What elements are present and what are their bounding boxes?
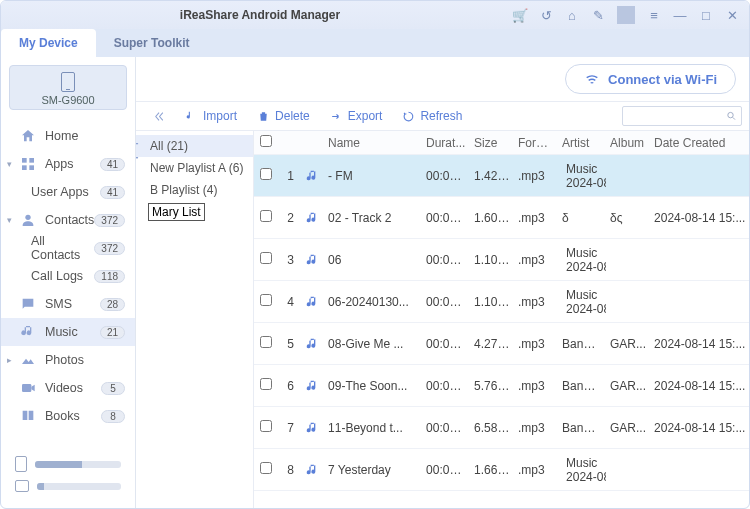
table-row[interactable]: 30600:01...1.10 ....mp3Music2024-08-14 1…	[254, 239, 750, 281]
row-format: .mp3	[514, 379, 558, 393]
nav-sms[interactable]: SMS 28	[1, 290, 135, 318]
playlist-item[interactable]: B Playlist (4)	[136, 179, 253, 201]
nav-call-logs[interactable]: Call Logs 118	[1, 262, 135, 290]
col-size[interactable]: Size	[470, 136, 514, 150]
refresh-button[interactable]: Refresh	[394, 106, 470, 126]
row-album: Music	[562, 288, 606, 302]
select-all-checkbox[interactable]	[260, 135, 272, 147]
row-date: 2024-08-14 15:...	[650, 421, 750, 435]
connect-row: Connect via Wi-Fi	[136, 57, 750, 101]
nav-home[interactable]: Home	[1, 122, 135, 150]
table-row[interactable]: 609-The Soon...00:04...5.76 ....mp3Banda…	[254, 365, 750, 407]
music-note-icon	[300, 420, 324, 436]
collapse-button[interactable]	[144, 107, 173, 126]
col-format[interactable]: Format	[514, 136, 558, 150]
row-duration: 00:01...	[422, 463, 470, 477]
row-album: Music	[562, 456, 606, 470]
maximize-icon[interactable]: □	[697, 6, 715, 24]
row-checkbox[interactable]	[260, 336, 272, 348]
row-artist: Bandari	[558, 379, 606, 393]
nav-apps[interactable]: ▾ Apps 41	[1, 150, 135, 178]
remove-playlist-icon[interactable]: −	[136, 151, 139, 165]
row-date: 2024-08-14 15:...	[562, 302, 606, 316]
menu-icon[interactable]: ≡	[645, 6, 663, 24]
feedback-icon[interactable]: ✎	[589, 6, 607, 24]
table-row[interactable]: 711-Beyond t...00:04...6.58 ....mp3Banda…	[254, 407, 750, 449]
export-button[interactable]: Export	[322, 106, 391, 126]
row-name: 7 Yesterday	[324, 463, 422, 477]
home-icon[interactable]: ⌂	[563, 6, 581, 24]
separator	[617, 6, 635, 24]
row-checkbox[interactable]	[260, 294, 272, 306]
search-icon	[726, 110, 737, 122]
row-checkbox[interactable]	[260, 252, 272, 264]
wifi-icon	[584, 71, 600, 87]
table-row[interactable]: 202 - Track 200:03...1.60 ....mp3δδς2024…	[254, 197, 750, 239]
delete-button[interactable]: Delete	[249, 106, 318, 126]
row-artist: Music2024-08-14 15:...	[558, 288, 606, 316]
close-icon[interactable]: ✕	[723, 6, 741, 24]
row-checkbox[interactable]	[260, 378, 272, 390]
playlist-all[interactable]: All (21)	[136, 135, 253, 157]
row-size: 1.60 ...	[470, 211, 514, 225]
row-index: 6	[278, 379, 300, 393]
nav-videos[interactable]: Videos 5	[1, 374, 135, 402]
books-icon	[19, 407, 37, 425]
row-index: 1	[278, 169, 300, 183]
row-index: 2	[278, 211, 300, 225]
music-icon	[19, 323, 37, 341]
row-name: 06	[324, 253, 422, 267]
svg-point-6	[728, 112, 733, 117]
nav-contacts[interactable]: ▾ Contacts 372	[1, 206, 135, 234]
storage-phone	[15, 456, 121, 472]
table-row[interactable]: 1- FM00:03...1.42 ....mp3Music2024-08-14…	[254, 155, 750, 197]
row-checkbox[interactable]	[260, 420, 272, 432]
row-checkbox[interactable]	[260, 210, 272, 222]
row-checkbox[interactable]	[260, 462, 272, 474]
music-table: Name Durat... Size Format Artist Album D…	[254, 131, 750, 508]
nav-photos[interactable]: ▸ Photos	[1, 346, 135, 374]
row-album: GAR...	[606, 421, 650, 435]
row-name: - FM	[324, 169, 422, 183]
col-album[interactable]: Album	[606, 136, 650, 150]
nav-all-contacts[interactable]: All Contacts 372	[1, 234, 135, 262]
playlist-item[interactable]: New Playlist A (6)	[136, 157, 253, 179]
row-size: 4.27 ...	[470, 337, 514, 351]
search-input[interactable]	[627, 110, 726, 122]
sd-storage-icon	[15, 480, 29, 492]
svg-rect-3	[29, 165, 34, 170]
table-row[interactable]: 87 Yesterday00:01...1.66 ....mp3Music202…	[254, 449, 750, 491]
apps-icon	[19, 155, 37, 173]
back-icon[interactable]: ↺	[537, 6, 555, 24]
nav-user-apps[interactable]: User Apps 41	[1, 178, 135, 206]
search-box[interactable]	[622, 106, 742, 126]
add-playlist-icon[interactable]: +	[136, 137, 139, 151]
row-checkbox[interactable]	[260, 168, 272, 180]
tab-my-device[interactable]: My Device	[1, 29, 96, 57]
row-duration: 00:01...	[422, 253, 470, 267]
col-duration[interactable]: Durat...	[422, 136, 470, 150]
music-note-icon	[300, 168, 324, 184]
row-index: 4	[278, 295, 300, 309]
row-date: 2024-08-14 15:...	[650, 337, 750, 351]
titlebar-icons: 🛒 ↺ ⌂ ✎ ≡ — □ ✕	[511, 6, 741, 24]
col-artist[interactable]: Artist	[558, 136, 606, 150]
svg-point-4	[25, 215, 30, 220]
svg-rect-0	[22, 158, 27, 163]
playlist-rename-input[interactable]: Mary List	[148, 203, 205, 221]
row-format: .mp3	[514, 463, 558, 477]
nav-music[interactable]: Music 21	[1, 318, 135, 346]
table-row[interactable]: 406-20240130...00:01...1.10 ....mp3Music…	[254, 281, 750, 323]
nav-books[interactable]: Books 8	[1, 402, 135, 430]
device-chip[interactable]: SM-G9600	[9, 65, 127, 110]
row-artist: δ	[558, 211, 606, 225]
col-date[interactable]: Date Created	[650, 136, 750, 150]
import-button[interactable]: Import	[177, 106, 245, 126]
col-name[interactable]: Name	[324, 136, 422, 150]
cart-icon[interactable]: 🛒	[511, 6, 529, 24]
connect-wifi-button[interactable]: Connect via Wi-Fi	[565, 64, 736, 94]
row-size: 1.10 ...	[470, 295, 514, 309]
minimize-icon[interactable]: —	[671, 6, 689, 24]
tab-super-toolkit[interactable]: Super Toolkit	[96, 29, 208, 57]
table-row[interactable]: 508-Give Me ...00:03...4.27 ....mp3Banda…	[254, 323, 750, 365]
